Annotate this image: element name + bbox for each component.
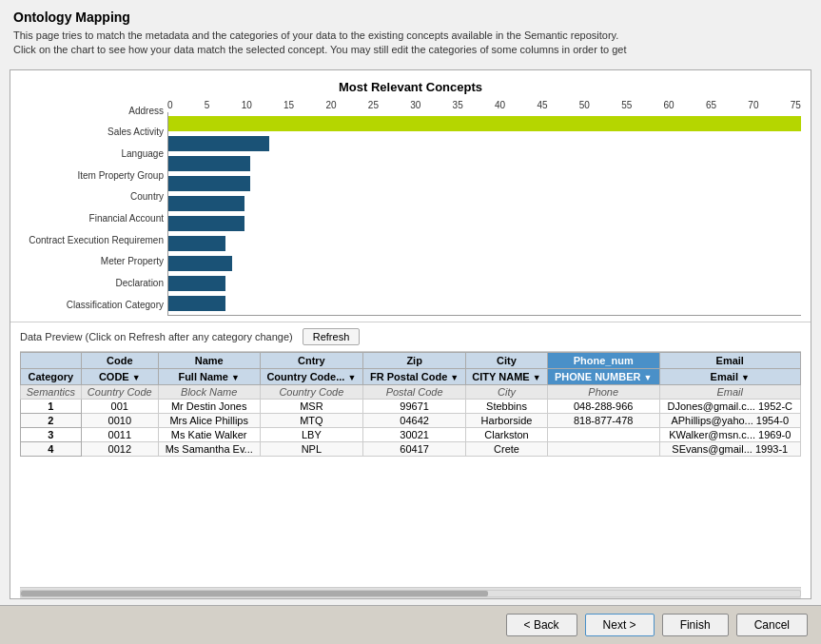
horizontal-scrollbar[interactable]: [20, 587, 801, 598]
y-label-language[interactable]: Language: [20, 144, 164, 165]
col-header-phone: Phone_num: [547, 352, 659, 368]
chart-x-axis: 051015202530354045505560657075: [167, 100, 801, 112]
column-header-row: Code Name Cntry Zip City Phone_num Email: [21, 352, 801, 368]
bar-sales[interactable]: [168, 134, 801, 153]
bar-item-property[interactable]: [168, 174, 801, 193]
header-description: This page tries to match the metadata an…: [13, 29, 808, 58]
row3-phone: [547, 427, 659, 441]
row4-email: SEvans@gmail... 1993-1: [659, 441, 800, 456]
back-button[interactable]: < Back: [506, 614, 577, 636]
row2-phone: 818-877-478: [547, 413, 659, 427]
bar-address[interactable]: [168, 114, 801, 133]
y-label-financial[interactable]: Financial Account: [20, 208, 164, 229]
row2-email: APhillips@yaho... 1954-0: [659, 413, 800, 427]
bar-language[interactable]: [168, 154, 801, 173]
row1-phone: 048-288-966: [547, 399, 659, 413]
bar-contract[interactable]: [168, 234, 801, 253]
col-header-zip: Zip: [363, 352, 466, 368]
bar-declaration[interactable]: [168, 274, 801, 293]
row4-name: Ms Samantha Ev...: [158, 441, 260, 456]
row2-city: Harborside: [466, 413, 548, 427]
sem-cntry: Country Code: [260, 384, 363, 399]
row1-code: 001: [81, 399, 158, 413]
cat-zip[interactable]: FR Postal Code ▼: [363, 368, 466, 384]
sem-name: Block Name: [158, 384, 260, 399]
row4-phone: [547, 441, 659, 456]
row2-cntry: MTQ: [260, 413, 363, 427]
col-header-name: Name: [158, 352, 260, 368]
row1-city: Stebbins: [466, 399, 548, 413]
refresh-button[interactable]: Refresh: [303, 328, 361, 345]
row1-cntry: MSR: [260, 399, 363, 413]
col-header-email: Email: [659, 352, 800, 368]
sem-code: Country Code: [81, 384, 158, 399]
scrollbar-track[interactable]: [20, 590, 801, 597]
y-label-address[interactable]: Address: [20, 100, 164, 121]
row2-code: 0010: [81, 413, 158, 427]
chart-area: 051015202530354045505560657075: [167, 100, 801, 316]
cat-cntry[interactable]: Country Code... ▼: [260, 368, 363, 384]
row2-zip: 04642: [363, 413, 466, 427]
chart-y-labels: Address Sales Activity Language Item Pro…: [20, 100, 167, 316]
row3-zip: 30021: [363, 427, 466, 441]
row1-zip: 99671: [363, 399, 466, 413]
row3-name: Ms Katie Walker: [158, 427, 260, 441]
semantics-header-row: Category CODE ▼ Full Name ▼ Country Code…: [21, 368, 801, 384]
bar-meter[interactable]: [168, 254, 801, 273]
cancel-button[interactable]: Cancel: [736, 614, 808, 636]
sem-city: City: [466, 384, 548, 399]
table-row: 3 0011 Ms Katie Walker LBY 30021 Clarkst…: [21, 427, 801, 441]
row-num-4: 4: [21, 441, 82, 456]
row4-city: Crete: [466, 441, 548, 456]
cat-name[interactable]: Full Name ▼: [158, 368, 260, 384]
cat-phone[interactable]: PHONE NUMBER ▼: [547, 368, 659, 384]
finish-button[interactable]: Finish: [662, 614, 729, 636]
row3-cntry: LBY: [260, 427, 363, 441]
y-label-declaration[interactable]: Declaration: [20, 273, 164, 294]
col-header-city: City: [466, 352, 548, 368]
y-label-meter[interactable]: Meter Property: [20, 251, 164, 272]
data-table-container[interactable]: Code Name Cntry Zip City Phone_num Email…: [20, 351, 801, 581]
cat-code[interactable]: CODE ▼: [81, 368, 158, 384]
sem-label: Semantics: [21, 384, 82, 399]
cat-email[interactable]: Email ▼: [659, 368, 800, 384]
data-preview-header: Data Preview (Click on Refresh after any…: [10, 322, 811, 351]
col-header-cntry: Cntry: [260, 352, 363, 368]
row3-code: 0011: [81, 427, 158, 441]
cat-label: Category: [21, 368, 82, 384]
scrollbar-thumb[interactable]: [21, 591, 488, 596]
page-title: Ontology Mapping: [13, 10, 808, 25]
sem-phone: Phone: [547, 384, 659, 399]
y-label-contract[interactable]: Contract Execution Requiremen: [20, 229, 164, 250]
y-label-sales[interactable]: Sales Activity: [20, 122, 164, 143]
next-button[interactable]: Next >: [585, 614, 655, 636]
cat-city[interactable]: CITY NAME ▼: [466, 368, 548, 384]
chart-bars-container: [167, 112, 801, 316]
y-label-country[interactable]: Country: [20, 186, 164, 207]
sem-email: Email: [659, 384, 800, 399]
data-table: Code Name Cntry Zip City Phone_num Email…: [20, 352, 801, 457]
data-preview-section: Data Preview (Click on Refresh after any…: [10, 322, 811, 598]
row4-cntry: NPL: [260, 441, 363, 456]
semantics-row: Semantics Country Code Block Name Countr…: [21, 384, 801, 399]
row3-city: Clarkston: [466, 427, 548, 441]
row2-name: Mrs Alice Phillips: [158, 413, 260, 427]
row1-name: Mr Destin Jones: [158, 399, 260, 413]
bar-financial[interactable]: [168, 214, 801, 233]
chart-bars: [168, 112, 801, 315]
row3-email: KWalker@msn.c... 1969-0: [659, 427, 800, 441]
sem-zip: Postal Code: [363, 384, 466, 399]
y-label-item-property[interactable]: Item Property Group: [20, 165, 164, 185]
data-preview-label: Data Preview (Click on Refresh after any…: [20, 331, 293, 342]
row1-email: DJones@gmail.c... 1952-C: [659, 399, 800, 413]
bar-country[interactable]: [168, 194, 801, 213]
y-label-classification[interactable]: Classification Category: [20, 294, 164, 315]
row4-code: 0012: [81, 441, 158, 456]
row-num-2: 2: [21, 413, 82, 427]
table-row: 4 0012 Ms Samantha Ev... NPL 60417 Crete…: [21, 441, 801, 456]
bar-classification[interactable]: [168, 294, 801, 313]
table-row: 1 001 Mr Destin Jones MSR 99671 Stebbins…: [21, 399, 801, 413]
col-header-code: Code: [81, 352, 158, 368]
row-num-1: 1: [21, 399, 82, 413]
chart-section: Most Relevant Concepts Address Sales Act…: [10, 70, 811, 322]
